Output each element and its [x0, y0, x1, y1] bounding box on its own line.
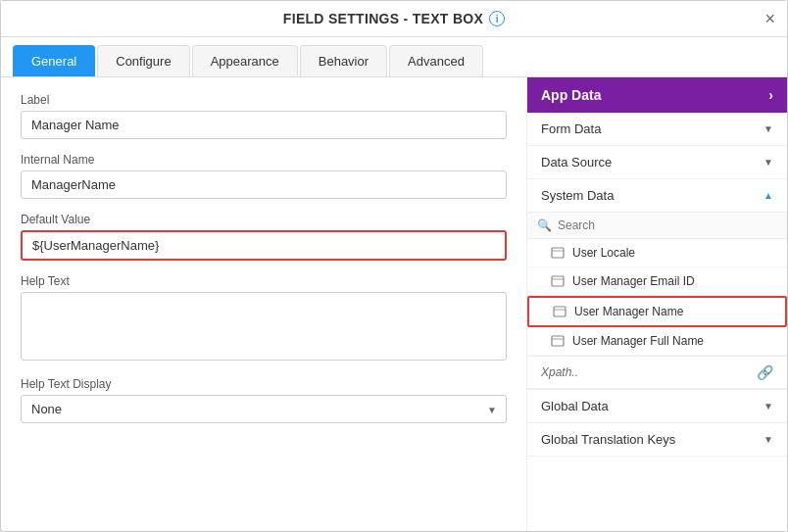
- form-data-chevron-icon: ▼: [763, 123, 773, 134]
- modal-header: FIELD SETTINGS - TEXT BOX i ×: [1, 1, 787, 37]
- help-text-display-select[interactable]: None Tooltip Inline: [21, 395, 507, 423]
- left-panel: Label Internal Name Default Value Help T…: [1, 77, 527, 531]
- default-value-field-group: Default Value: [21, 213, 507, 261]
- form-data-section[interactable]: Form Data ▼: [527, 113, 787, 146]
- data-source-section[interactable]: Data Source ▼: [527, 146, 787, 179]
- svg-rect-4: [554, 307, 566, 316]
- user-manager-email-id-label: User Manager Email ID: [572, 274, 695, 288]
- internal-name-label: Internal Name: [21, 153, 507, 167]
- help-text-display-field-group: Help Text Display None Tooltip Inline: [21, 377, 507, 423]
- data-item-icon-manager-name: [553, 305, 566, 318]
- modal-container: FIELD SETTINGS - TEXT BOX i × General Co…: [0, 0, 788, 532]
- internal-name-input[interactable]: [21, 170, 507, 199]
- help-text-textarea[interactable]: [21, 292, 507, 361]
- info-icon[interactable]: i: [489, 11, 505, 26]
- global-translation-keys-section[interactable]: Global Translation Keys ▼: [527, 423, 787, 457]
- data-item-user-manager-name[interactable]: User Manager Name: [527, 296, 787, 327]
- help-text-display-select-wrapper: None Tooltip Inline: [21, 395, 507, 423]
- user-locale-label: User Locale: [572, 246, 635, 260]
- data-item-user-locale[interactable]: User Locale: [527, 239, 787, 267]
- tab-behavior[interactable]: Behavior: [300, 45, 387, 76]
- modal-title: FIELD SETTINGS - TEXT BOX: [283, 11, 483, 26]
- help-text-field-group: Help Text: [21, 274, 507, 363]
- svg-rect-0: [552, 248, 564, 258]
- svg-rect-6: [552, 336, 564, 346]
- chevron-right-icon: ›: [768, 87, 773, 103]
- modal-body: Label Internal Name Default Value Help T…: [1, 77, 787, 531]
- global-translation-keys-chevron-icon: ▼: [763, 434, 773, 445]
- global-data-chevron-icon: ▼: [763, 401, 773, 411]
- data-item-user-manager-email-id[interactable]: User Manager Email ID: [527, 267, 787, 296]
- user-manager-name-label: User Manager Name: [574, 305, 683, 318]
- link-icon[interactable]: 🔗: [757, 364, 773, 380]
- form-data-label: Form Data: [541, 121, 601, 136]
- app-data-title: App Data: [541, 87, 601, 103]
- global-data-label: Global Data: [541, 399, 609, 413]
- internal-name-field-group: Internal Name: [21, 153, 507, 199]
- help-text-label: Help Text: [21, 274, 507, 288]
- bottom-sections: Global Data ▼ Global Translation Keys ▼: [527, 389, 787, 457]
- label-input[interactable]: [21, 111, 507, 139]
- label-field-label: Label: [21, 93, 507, 107]
- data-item-icon-email: [551, 274, 565, 288]
- data-item-icon: [551, 246, 565, 260]
- system-data-section[interactable]: System Data ▲: [527, 179, 787, 213]
- default-value-input[interactable]: [21, 230, 507, 261]
- data-source-label: Data Source: [541, 155, 612, 169]
- search-bar: 🔍: [527, 213, 787, 239]
- right-panel: App Data › Form Data ▼ Data Source ▼ Sys…: [527, 77, 787, 531]
- label-field-group: Label: [21, 93, 507, 139]
- search-icon: 🔍: [537, 218, 552, 232]
- global-data-section[interactable]: Global Data ▼: [527, 390, 787, 423]
- tab-appearance[interactable]: Appearance: [192, 45, 298, 76]
- global-translation-keys-label: Global Translation Keys: [541, 432, 675, 447]
- data-source-chevron-icon: ▼: [763, 157, 773, 168]
- data-item-icon-manager-full-name: [551, 334, 565, 348]
- help-text-display-label: Help Text Display: [21, 377, 507, 391]
- user-manager-full-name-label: User Manager Full Name: [572, 334, 704, 348]
- tab-configure[interactable]: Configure: [97, 45, 189, 76]
- system-data-content: User Locale User Manager Email ID: [527, 239, 787, 356]
- app-data-header[interactable]: App Data ›: [527, 77, 787, 113]
- system-data-chevron-icon: ▲: [763, 190, 773, 201]
- system-data-label: System Data: [541, 188, 614, 203]
- data-item-user-manager-full-name[interactable]: User Manager Full Name: [527, 327, 787, 356]
- tab-advanced[interactable]: Advanced: [389, 45, 483, 76]
- tab-general[interactable]: General: [13, 45, 95, 76]
- close-button[interactable]: ×: [764, 10, 775, 27]
- svg-rect-2: [552, 276, 564, 286]
- xpath-label: Xpath..: [541, 365, 578, 379]
- default-value-label: Default Value: [21, 213, 507, 226]
- search-input[interactable]: [558, 218, 777, 232]
- tabs-container: General Configure Appearance Behavior Ad…: [1, 37, 787, 77]
- xpath-row: Xpath.. 🔗: [527, 356, 787, 389]
